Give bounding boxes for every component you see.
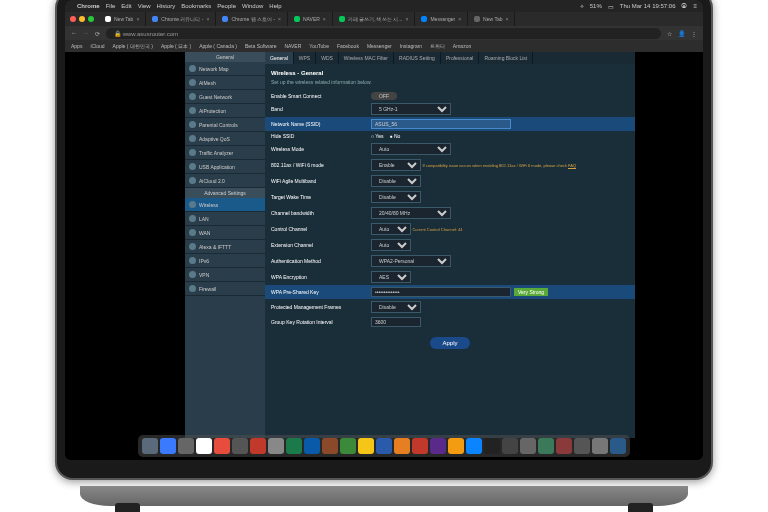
sidebar-item-firewall[interactable]: Firewall	[185, 282, 265, 296]
reload-icon[interactable]: ⟳	[95, 30, 100, 37]
sidebar-item-lan[interactable]: LAN	[185, 212, 265, 226]
menu-help[interactable]: Help	[269, 3, 281, 9]
menu-people[interactable]: People	[217, 3, 236, 9]
forward-icon[interactable]: →	[83, 30, 89, 36]
dock-app-17[interactable]	[448, 438, 464, 454]
tab-4[interactable]: 카페 글쓰기,책 쓰는 시...×	[333, 12, 416, 26]
smart-connect-toggle[interactable]: OFF	[371, 92, 397, 100]
bkm-amazon[interactable]: Amazon	[453, 43, 471, 49]
dock-app-2[interactable]	[178, 438, 194, 454]
sidebar-item-parental[interactable]: Parental Controls	[185, 118, 265, 132]
sidebar-item-ipv6[interactable]: IPv6	[185, 254, 265, 268]
back-icon[interactable]: ←	[71, 30, 77, 36]
bandwidth-select[interactable]: 20/40/80 MHz	[371, 207, 451, 219]
menu-view[interactable]: View	[138, 3, 151, 9]
auth-select[interactable]: WPA2-Personal	[371, 255, 451, 267]
bkm-youtube[interactable]: YouTube	[309, 43, 329, 49]
tab-roaming[interactable]: Roaming Block List	[479, 52, 533, 64]
sidebar-item-aiprotection[interactable]: AiProtection	[185, 104, 265, 118]
sidebar-item-wireless[interactable]: Wireless	[185, 198, 265, 212]
dock-app-9[interactable]	[304, 438, 320, 454]
dock-app-14[interactable]	[394, 438, 410, 454]
bkm-messenger[interactable]: Messenger	[367, 43, 392, 49]
menu-file[interactable]: File	[106, 3, 116, 9]
bkm-naver[interactable]: NAVER	[284, 43, 301, 49]
tab-general[interactable]: General	[265, 52, 294, 64]
dock-app-25[interactable]	[592, 438, 608, 454]
wifi-icon[interactable]: ⟡	[580, 3, 584, 10]
dock-app-4[interactable]	[214, 438, 230, 454]
tab-5[interactable]: Messenger×	[415, 12, 468, 26]
tab-wps[interactable]: WPS	[294, 52, 316, 64]
dock-app-24[interactable]	[574, 438, 590, 454]
psk-input[interactable]	[371, 287, 511, 297]
bkm-instagram[interactable]: Instagram	[400, 43, 422, 49]
window-zoom[interactable]	[88, 16, 94, 22]
tab-6[interactable]: New Tab×	[468, 12, 515, 26]
apply-button[interactable]: Apply	[430, 337, 469, 349]
bkm-apple-ca[interactable]: Apple ( Canada )	[199, 43, 237, 49]
window-minimize[interactable]	[79, 16, 85, 22]
tab-wds[interactable]: WDS	[316, 52, 339, 64]
dock-app-15[interactable]	[412, 438, 428, 454]
dock-app-1[interactable]	[160, 438, 176, 454]
wireless-mode-select[interactable]: Auto	[371, 143, 451, 155]
dock-app-8[interactable]	[286, 438, 302, 454]
sidebar-item-qos[interactable]: Adaptive QoS	[185, 132, 265, 146]
dock-app-6[interactable]	[250, 438, 266, 454]
dock-app-7[interactable]	[268, 438, 284, 454]
pmf-select[interactable]: Disable	[371, 301, 421, 313]
bkm-facebook[interactable]: Facebook	[337, 43, 359, 49]
agile-select[interactable]: Disable	[371, 175, 421, 187]
url-input[interactable]: 🔒 www.asusrouter.com	[106, 28, 661, 39]
dock-app-20[interactable]	[502, 438, 518, 454]
sidebar-item-aimesh[interactable]: AiMesh	[185, 76, 265, 90]
ssid-input[interactable]	[371, 119, 511, 129]
tab-1[interactable]: Chrome 커뮤니티 - ×	[146, 12, 216, 26]
ax-mode-select[interactable]: Enable	[371, 159, 421, 171]
bkm-twitter[interactable]: 트위터	[430, 43, 445, 49]
dock-app-23[interactable]	[556, 438, 572, 454]
hide-yes-radio[interactable]: ○ Yes	[371, 133, 384, 139]
window-close[interactable]	[70, 16, 76, 22]
sidebar-item-usb[interactable]: USB Application	[185, 160, 265, 174]
group-key-input[interactable]	[371, 317, 421, 327]
bkm-apple-jp[interactable]: Apple ( 日本 )	[161, 43, 191, 49]
sidebar-item-guest[interactable]: Guest Network	[185, 90, 265, 104]
tab-macfilter[interactable]: Wireless MAC Filter	[339, 52, 394, 64]
sidebar-item-wan[interactable]: WAN	[185, 226, 265, 240]
menu-icon[interactable]: ≡	[693, 3, 697, 9]
tab-radius[interactable]: RADIUS Setting	[394, 52, 441, 64]
tab-2[interactable]: Chrome 웹 스토어 -×	[216, 12, 288, 26]
dock-app-21[interactable]	[520, 438, 536, 454]
menu-edit[interactable]: Edit	[121, 3, 131, 9]
menu-bookmarks[interactable]: Bookmarks	[181, 3, 211, 9]
bkm-apple-kr[interactable]: Apple ( 대한민국 )	[113, 43, 153, 49]
star-icon[interactable]: ☆	[667, 30, 672, 37]
dock-app-19[interactable]	[484, 438, 500, 454]
app-name[interactable]: Chrome	[77, 3, 100, 9]
hide-no-radio[interactable]: ● No	[390, 133, 401, 139]
dock-app-12[interactable]	[358, 438, 374, 454]
dock-app-0[interactable]	[142, 438, 158, 454]
band-select[interactable]: 5 GHz-1	[371, 103, 451, 115]
twt-select[interactable]: Disable	[371, 191, 421, 203]
bkm-apps[interactable]: Apps	[71, 43, 82, 49]
sidebar-item-network-map[interactable]: Network Map	[185, 62, 265, 76]
encryption-select[interactable]: AES	[371, 271, 411, 283]
kebab-icon[interactable]: ⋮	[691, 30, 697, 37]
menu-history[interactable]: History	[157, 3, 176, 9]
channel-select[interactable]: Auto	[371, 223, 411, 235]
profile-icon[interactable]: 👤	[678, 30, 685, 37]
dock-app-11[interactable]	[340, 438, 356, 454]
search-icon[interactable]: ⦿	[681, 3, 687, 9]
tab-0[interactable]: New Tab×	[99, 12, 146, 26]
menu-window[interactable]: Window	[242, 3, 263, 9]
dock-app-10[interactable]	[322, 438, 338, 454]
dock-app-13[interactable]	[376, 438, 392, 454]
dock-app-18[interactable]	[466, 438, 482, 454]
sidebar-item-vpn[interactable]: VPN	[185, 268, 265, 282]
sidebar-item-aicloud[interactable]: AiCloud 2.0	[185, 174, 265, 188]
tab-professional[interactable]: Professional	[441, 52, 480, 64]
dock-app-16[interactable]	[430, 438, 446, 454]
